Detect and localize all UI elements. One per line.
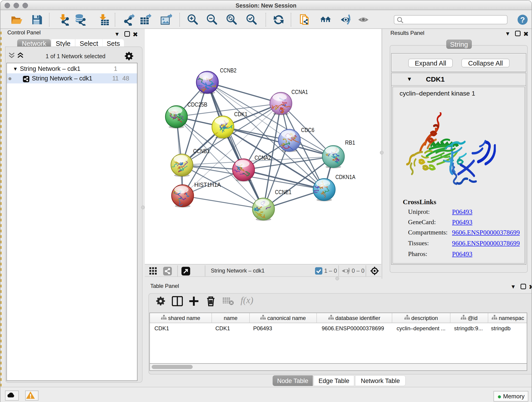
svg-text:CDKN1A: CDKN1A [336, 173, 355, 180]
svg-text:RB1: RB1 [345, 139, 355, 146]
svg-text:HIST1H1A: HIST1H1A [194, 181, 221, 188]
svg-text:CDC6: CDC6 [301, 127, 314, 133]
svg-text:CDC25B: CDC25B [187, 101, 207, 108]
svg-text:CCNA1: CCNA1 [291, 89, 308, 95]
svg-text:CCNA2: CCNA2 [254, 154, 271, 161]
svg-text:CCNE1: CCNE1 [275, 189, 291, 196]
svg-text:CCNB2: CCNB2 [220, 67, 236, 74]
svg-text:CCNB1: CCNB1 [193, 148, 210, 154]
svg-text:CDK1: CDK1 [234, 111, 247, 118]
